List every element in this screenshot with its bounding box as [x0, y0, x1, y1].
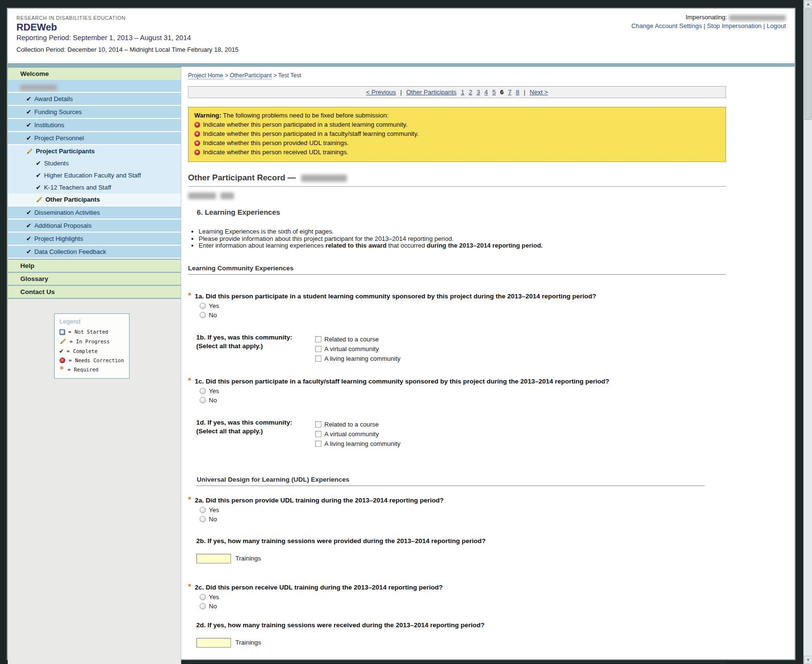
question-1b-label: 1b. If yes, was this community: (Select …: [188, 333, 315, 362]
record-id-redacted: [301, 175, 347, 182]
radio-button[interactable]: [200, 516, 206, 522]
part-title: 6. Learning Experiences: [197, 208, 726, 216]
record-title: Other Participant Record —: [188, 173, 726, 187]
checkbox[interactable]: [315, 421, 321, 428]
breadcrumb-otherparticipant-link[interactable]: OtherParticipant: [230, 72, 272, 79]
sidebar-item-data-collection-feedback[interactable]: ✔ Data Collection Feedback: [8, 246, 181, 258]
breadcrumb-project-home-link[interactable]: Project Home: [188, 72, 223, 79]
radio-label[interactable]: Yes: [209, 387, 219, 395]
warning-item-text: Indicate whether this person participate…: [203, 130, 419, 137]
breadcrumb-separator: >: [225, 72, 228, 79]
sidebar-item-project-participants[interactable]: Project Participants: [8, 145, 181, 157]
radio-button[interactable]: [200, 303, 206, 309]
checkbox-label[interactable]: A living learning community: [324, 355, 401, 362]
radio-label[interactable]: No: [209, 516, 217, 523]
sidebar-item-project-highlights[interactable]: ✔ Project Highlights: [8, 233, 181, 245]
checkbox[interactable]: [315, 355, 321, 362]
radio-label[interactable]: Yes: [209, 302, 219, 310]
stop-impersonation-link[interactable]: Stop Impersonation: [707, 22, 762, 30]
next-page-link[interactable]: Next >: [530, 89, 548, 96]
radio-label[interactable]: Yes: [209, 593, 219, 601]
radio-button[interactable]: [200, 312, 206, 318]
question-2d-input-row: Trainings: [196, 638, 726, 648]
trainings-provided-input[interactable]: [196, 554, 231, 563]
other-participants-link[interactable]: Other Participants: [406, 89, 456, 96]
equals-sign: =: [67, 348, 70, 354]
legend-label: Complete: [73, 348, 98, 354]
checkbox-option-living: A living learning community: [315, 440, 401, 447]
radio-button[interactable]: [200, 603, 206, 609]
sidebar-item-k12-teachers-staff[interactable]: ✔ K-12 Teachers and Staff: [8, 181, 181, 193]
scroll-up-button[interactable]: ▲: [804, 0, 812, 8]
in-progress-pencil-icon: [59, 338, 66, 345]
legend-title: Legend: [59, 318, 125, 325]
checkbox[interactable]: [315, 441, 321, 447]
radio-button[interactable]: [200, 594, 206, 600]
radio-label[interactable]: No: [209, 311, 217, 319]
checkbox[interactable]: [315, 431, 321, 437]
sidebar-item-contact-us[interactable]: Contact Us: [8, 285, 181, 298]
checkbox-label[interactable]: Related to a course: [324, 336, 379, 343]
complete-check-icon: ✔: [26, 136, 31, 141]
question-2c-label: * 2c. Did this person receive UDL traini…: [188, 584, 726, 591]
radio-button[interactable]: [200, 507, 206, 513]
sidebar-item-help[interactable]: Help: [8, 259, 181, 272]
sidebar-item-other-participants[interactable]: Other Participants: [8, 193, 181, 206]
trainings-received-input[interactable]: [196, 638, 231, 648]
sidebar-item-students[interactable]: ✔ Students: [8, 157, 181, 169]
question-2a-label: * 2a. Did this person provide UDL traini…: [188, 497, 726, 504]
pager-separator: |: [523, 89, 525, 96]
scroll-down-button[interactable]: ▼: [804, 656, 812, 664]
sidebar-item-institutions[interactable]: ✔ Institutions: [8, 119, 181, 131]
sidebar-item-dissemination-activities[interactable]: ✔ Dissemination Activities: [8, 207, 181, 219]
page-2-link[interactable]: 2: [469, 89, 472, 96]
sidebar-item-award-details[interactable]: ✔ Award Details: [8, 93, 181, 105]
checkbox[interactable]: [315, 336, 321, 342]
change-account-settings-link[interactable]: Change Account Settings: [631, 22, 702, 30]
project-participants-group: Project Participants ✔ Students ✔ Higher…: [8, 145, 181, 206]
instruction-item: Enter information about learning experie…: [199, 242, 726, 250]
logout-link[interactable]: Logout: [767, 22, 786, 30]
page-7-link[interactable]: 7: [508, 89, 511, 96]
error-icon: ✕: [194, 122, 200, 128]
sidebar-item-project-personnel[interactable]: ✔ Project Personnel: [8, 132, 181, 144]
checkbox-label[interactable]: A virtual community: [324, 345, 379, 353]
trainings-label: Trainings: [235, 555, 261, 562]
page-8-link[interactable]: 8: [516, 89, 519, 96]
pagination-bar: < Previous | Other Participants 1 2 3 4 …: [188, 86, 726, 98]
sidebar-item-glossary[interactable]: Glossary: [8, 272, 181, 285]
page-5-link[interactable]: 5: [492, 89, 495, 96]
sidebar-item-welcome[interactable]: Welcome: [8, 67, 181, 80]
question-1d: 1d. If yes, was this community: (Select …: [188, 418, 726, 447]
participant-name-line: [188, 191, 726, 200]
pager-separator: |: [400, 89, 402, 96]
legend-row-complete: ✔ = Complete: [59, 348, 125, 354]
previous-page-link[interactable]: < Previous: [366, 89, 396, 96]
sidebar-item-funding-sources[interactable]: ✔ Funding Sources: [8, 106, 181, 118]
sidebar-item-award-number[interactable]: [8, 80, 181, 92]
instruction-bold: related to this award: [325, 242, 386, 249]
page-header: RESEARCH IN DISABILITIES EDUCATION RDEWe…: [8, 9, 795, 63]
radio-label[interactable]: No: [209, 397, 217, 404]
checkbox-label[interactable]: A virtual community: [324, 430, 379, 438]
sidebar-item-additional-proposals[interactable]: ✔ Additional Proposals: [8, 220, 181, 232]
radio-label[interactable]: No: [209, 603, 217, 610]
page-3-link[interactable]: 3: [477, 89, 480, 96]
checkbox-label[interactable]: Related to a course: [324, 421, 379, 428]
page-1-link[interactable]: 1: [461, 89, 464, 96]
radio-option-no: No: [200, 603, 726, 610]
app-window: RESEARCH IN DISABILITIES EDUCATION RDEWe…: [7, 8, 796, 660]
checkbox-label[interactable]: A living learning community: [324, 440, 401, 447]
legend-label: Not Started: [74, 329, 108, 335]
sidebar-item-higher-ed-faculty-staff[interactable]: ✔ Higher Education Faculty and Staff: [8, 169, 181, 181]
impersonated-user-redacted: [729, 15, 786, 21]
page-4-link[interactable]: 4: [484, 89, 488, 96]
checkbox[interactable]: [315, 346, 321, 352]
radio-label[interactable]: Yes: [209, 506, 219, 514]
complete-check-icon: ✔: [26, 250, 31, 254]
radio-button[interactable]: [200, 388, 206, 394]
radio-button[interactable]: [200, 397, 206, 403]
warning-item: ✕ Indicate whether this person provided …: [194, 139, 720, 147]
question-text: 1a. Did this person participate in a stu…: [195, 293, 596, 300]
scrollbar-thumb[interactable]: [804, 9, 812, 120]
